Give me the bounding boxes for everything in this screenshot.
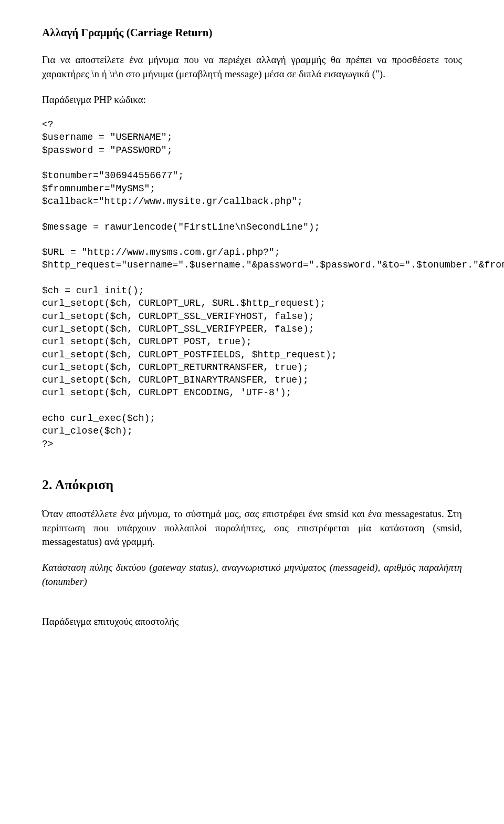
paragraph-intro: Για να αποστείλετε ένα μήνυμα που να περ… <box>42 53 462 81</box>
section-heading-response: 2. Απόκριση <box>42 476 462 495</box>
paragraph-success-example: Παράδειγμα επιτυχούς αποστολής <box>42 615 462 629</box>
code-block-php: <? $username = "USERNAME"; $password = "… <box>42 118 462 450</box>
paragraph-response-1: Όταν αποστέλλετε ένα μήνυμα, το σύστημά … <box>42 507 462 549</box>
paragraph-example-label: Παράδειγμα PHP κώδικα: <box>42 93 462 107</box>
section-heading-carriage-return: Αλλαγή Γραμμής (Carriage Return) <box>42 25 462 40</box>
paragraph-response-italic: Κατάσταση πύλης δικτύου (gateway status)… <box>42 561 462 589</box>
